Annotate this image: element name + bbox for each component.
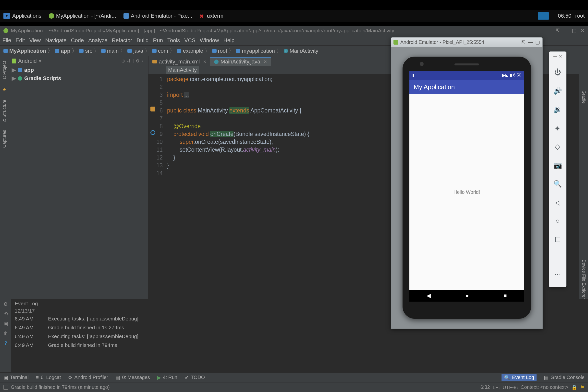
breadcrumb-java[interactable]: java〉 xyxy=(128,47,150,55)
user-label[interactable]: root xyxy=(575,13,584,19)
breadcrumb-myapplication[interactable]: MyApplication〉 xyxy=(4,47,53,55)
tray-indicator[interactable] xyxy=(538,12,549,20)
menu-code[interactable]: Code xyxy=(71,37,84,44)
window-close-icon[interactable]: ✕ xyxy=(580,28,584,34)
android-status-bar: ▮ ▶◣ ▮ 6:50 xyxy=(410,71,524,80)
status-message: Gradle build finished in 794ms (a minute… xyxy=(11,384,110,390)
tab-terminal[interactable]: ▣ Terminal xyxy=(4,374,29,380)
task-uxterm[interactable]: ✖uxterm xyxy=(200,13,223,19)
window-pin-icon[interactable]: ⇱ xyxy=(556,28,560,34)
encoding[interactable]: UTF-8⁞ xyxy=(502,384,518,390)
overview-icon[interactable]: ☐ xyxy=(553,235,562,244)
task-emulator[interactable]: Android Emulator - Pixe... xyxy=(124,13,192,19)
menu-vcs[interactable]: VCS xyxy=(184,37,195,44)
window-minimize-icon[interactable]: — xyxy=(563,28,568,34)
tab-android-profiler[interactable]: ⟳ Android Profiler xyxy=(68,374,108,380)
event-log-entry[interactable]: 6:49 AMExecuting tasks: [:app:assembleDe… xyxy=(15,332,584,341)
tab-gradle-console[interactable]: ▤ Gradle Console xyxy=(544,374,584,380)
menu-analyze[interactable]: Analyze xyxy=(88,37,107,44)
project-header[interactable]: Android ▾ ⊕ ⇊ | ⚙ ⇤ xyxy=(9,56,148,66)
status-icon[interactable] xyxy=(4,385,8,390)
menu-build[interactable]: Build xyxy=(137,37,149,44)
cursor-position[interactable]: 6:32 xyxy=(480,384,490,390)
power-icon[interactable]: ⏻ xyxy=(553,67,562,77)
help-icon[interactable]: ? xyxy=(3,340,8,346)
tab-captures[interactable]: Captures xyxy=(2,130,7,148)
nav-back-icon[interactable]: ◀ xyxy=(426,292,431,299)
nav-overview-icon[interactable]: ■ xyxy=(504,292,507,299)
menu-tools[interactable]: Tools xyxy=(167,37,180,44)
breadcrumb-root[interactable]: root〉 xyxy=(212,47,234,55)
editor-tab-MainActivity-java[interactable]: MainActivity.java× xyxy=(210,57,271,66)
zoom-icon[interactable]: 🔍 xyxy=(553,179,562,189)
emu-tool-close-icon[interactable]: ✕ xyxy=(559,54,562,59)
menu-refactor[interactable]: Refactor xyxy=(112,37,132,44)
breadcrumb-com[interactable]: com〉 xyxy=(152,47,175,55)
editor-tab-activity_main-xml[interactable]: activity_main.xml× xyxy=(148,57,210,66)
breadcrumb-example[interactable]: example〉 xyxy=(177,47,210,55)
emu-tool-minimize-icon[interactable]: — xyxy=(554,54,558,59)
filter-icon[interactable]: ⚙ xyxy=(3,301,8,307)
breadcrumb-mainactivity[interactable]: CMainActivity xyxy=(284,48,318,54)
tab-messages[interactable]: ▤ 0: Messages xyxy=(116,374,150,380)
breadcrumb-main[interactable]: main〉 xyxy=(101,47,126,55)
tab-logcat[interactable]: ≡ 6: Logcat xyxy=(36,374,61,380)
menu-edit[interactable]: Edit xyxy=(16,37,25,44)
tab-device-file-explorer[interactable]: Device File Explorer xyxy=(581,260,586,299)
more-icon[interactable]: ⋯ xyxy=(553,269,562,279)
inspector-icon[interactable]: ⚑ xyxy=(580,384,584,390)
status-left-icon: ▮ xyxy=(412,73,414,78)
applications-menu[interactable]: Applications xyxy=(12,13,42,19)
camera-icon[interactable]: 📷 xyxy=(553,160,562,170)
bookmark-icon[interactable]: ★ xyxy=(2,87,6,92)
breadcrumb-app[interactable]: app〉 xyxy=(55,47,77,55)
project-node-gradle-scripts[interactable]: ▶Gradle Scripts xyxy=(9,74,148,82)
back-icon[interactable]: ◁ xyxy=(553,198,562,207)
context-label[interactable]: Context: <no context> xyxy=(520,384,569,390)
tab-event-log[interactable]: 🔍 Event Log xyxy=(502,374,536,381)
target-icon[interactable]: ⊕ xyxy=(121,58,125,64)
xfce-menu-icon[interactable]: ✦ xyxy=(4,13,10,19)
menu-navigate[interactable]: Navigate xyxy=(45,37,67,44)
volume-down-icon[interactable]: 🔉 xyxy=(553,104,562,114)
breadcrumb-src[interactable]: src〉 xyxy=(79,47,99,55)
breadcrumb-myapplication[interactable]: myapplication〉 xyxy=(236,47,282,55)
wrap-icon[interactable]: ⟲ xyxy=(3,311,8,317)
menu-help[interactable]: Help xyxy=(224,37,234,44)
tab-gradle[interactable]: Gradle xyxy=(581,90,586,104)
hide-icon[interactable]: ⇤ xyxy=(142,58,145,64)
volume-up-icon[interactable]: 🔊 xyxy=(553,86,562,96)
gear-icon[interactable]: ⚙ xyxy=(136,58,140,64)
emu-minimize-icon[interactable]: — xyxy=(528,40,533,45)
system-taskbar: ✦ Applications MyApplication - [~/Andr..… xyxy=(0,10,588,22)
tab-run[interactable]: ▶ 4: Run xyxy=(157,374,178,380)
menu-view[interactable]: View xyxy=(29,37,41,44)
event-log-entry[interactable]: 6:49 AMGradle build finished in 794ms xyxy=(15,341,584,350)
nav-home-icon[interactable]: ● xyxy=(466,292,469,299)
task-android-studio[interactable]: MyApplication - [~/Andr... xyxy=(49,13,116,19)
tab-project[interactable]: 1: Project xyxy=(2,61,7,80)
collapse-icon[interactable]: ⇊ xyxy=(127,58,130,64)
device-screen[interactable]: ▮ ▶◣ ▮ 6:50 My Application Hello World! … xyxy=(410,71,524,302)
rotate-left-icon[interactable]: ◈ xyxy=(553,123,562,133)
emulator-titlebar[interactable]: Android Emulator - Pixel_API_25:5554 ⇱ —… xyxy=(391,38,542,47)
bottom-tool-tabs: ▣ Terminal ≡ 6: Logcat ⟳ Android Profile… xyxy=(0,372,588,382)
clock[interactable]: 06:50 xyxy=(558,13,571,19)
expand-icon[interactable]: ▣ xyxy=(3,321,8,326)
line-separator[interactable]: LF⁞ xyxy=(493,384,500,390)
menu-file[interactable]: File xyxy=(2,37,11,44)
menu-run[interactable]: Run xyxy=(153,37,163,44)
tab-structure[interactable]: 2: Structure xyxy=(2,100,7,122)
project-node-app[interactable]: ▶app xyxy=(9,66,148,74)
app-content[interactable]: Hello World! xyxy=(410,94,524,290)
menu-window[interactable]: Window xyxy=(200,37,219,44)
emu-pin-icon[interactable]: ⇱ xyxy=(521,39,526,45)
home-icon[interactable]: ○ xyxy=(553,216,562,226)
emu-maximize-icon[interactable]: ▢ xyxy=(535,39,540,45)
clear-icon[interactable]: 🗑 xyxy=(3,330,8,336)
rotate-right-icon[interactable]: ◇ xyxy=(553,142,562,152)
battery-icon: ▮ xyxy=(510,73,512,78)
lock-icon[interactable]: 🔒 xyxy=(571,384,578,390)
tab-todo[interactable]: ✔ TODO xyxy=(185,374,205,380)
window-maximize-icon[interactable]: ▢ xyxy=(572,28,577,34)
